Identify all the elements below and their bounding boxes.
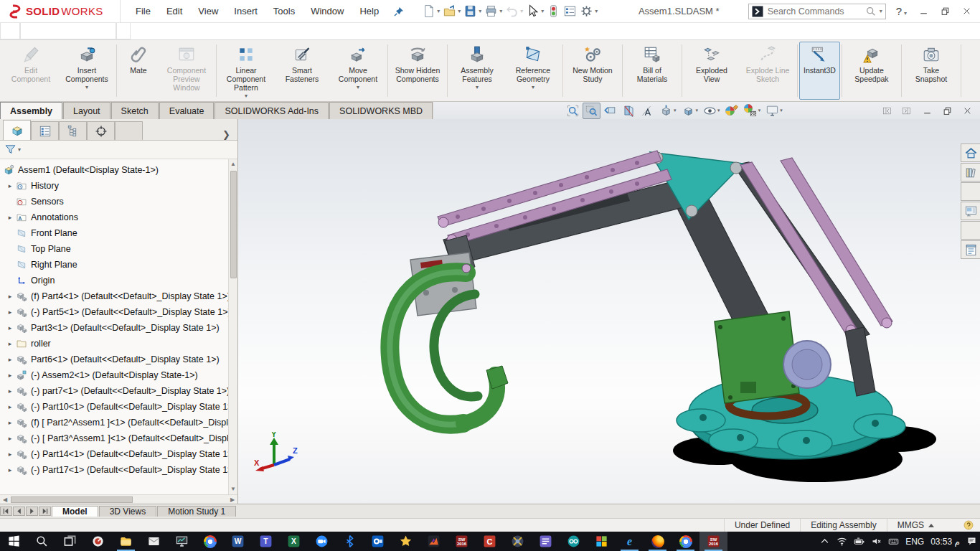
search-dropdown-caret[interactable]: ▾ bbox=[877, 8, 885, 14]
dropdown-caret[interactable]: ▾ bbox=[479, 8, 481, 14]
zoom-icon[interactable] bbox=[308, 532, 336, 551]
scroll-thumb[interactable] bbox=[230, 171, 237, 278]
tab-sketch[interactable]: Sketch bbox=[111, 102, 159, 119]
dropdown-caret[interactable]: ▾ bbox=[437, 8, 440, 14]
tree-item[interactable]: ▸(-) Assem2<1> (Default<Display State-1>… bbox=[0, 367, 228, 383]
edge-icon[interactable] bbox=[616, 532, 644, 551]
expand-arrow-icon[interactable]: ▸ bbox=[4, 214, 16, 221]
menu-help[interactable]: Help bbox=[352, 0, 387, 23]
chrome-icon[interactable] bbox=[196, 532, 224, 551]
take-snapshot-button[interactable]: Take Snapshot bbox=[903, 42, 959, 100]
solidworks-2016-icon[interactable] bbox=[448, 532, 476, 551]
filter-caret[interactable]: ▾ bbox=[18, 146, 21, 153]
dropdown-caret[interactable]: ▾ bbox=[696, 108, 699, 113]
restore-button[interactable] bbox=[936, 4, 954, 19]
tree-item[interactable]: ▸Part6<1> (Default<<Default>_Display Sta… bbox=[0, 352, 228, 367]
next-tab-button[interactable] bbox=[26, 507, 38, 516]
update-speedpak-button[interactable]: Update Speedpak bbox=[844, 42, 900, 100]
c-app-icon[interactable] bbox=[476, 532, 504, 551]
arduino-icon[interactable] bbox=[560, 532, 588, 551]
scroll-right-arrow[interactable]: ▶ bbox=[227, 496, 237, 503]
reference-geometry-button[interactable]: Reference Geometry▾ bbox=[505, 42, 561, 100]
start-button[interactable] bbox=[0, 532, 28, 551]
dropdown-caret[interactable]: ▾ bbox=[499, 8, 502, 14]
mate-button[interactable]: Mate bbox=[118, 42, 159, 100]
dropdown-caret[interactable]: ▾ bbox=[541, 8, 544, 14]
linear-component-pattern-button[interactable]: Linear Component Pattern▾ bbox=[218, 42, 274, 100]
favorites-icon[interactable] bbox=[392, 532, 420, 551]
bluetooth-icon[interactable] bbox=[336, 532, 364, 551]
insert-components-button[interactable]: Insert Components▾ bbox=[59, 42, 115, 100]
tree-item[interactable]: ▸(f) [ Part2^Assem1 ]<1> (Default<<Defau… bbox=[0, 415, 228, 430]
expand-panel-button[interactable]: ❯ bbox=[217, 129, 236, 140]
prev-tab-button[interactable] bbox=[13, 507, 25, 516]
resources-icon[interactable] bbox=[963, 519, 974, 531]
word-icon[interactable] bbox=[224, 532, 252, 551]
dropdown-caret[interactable]: ▾ bbox=[758, 108, 761, 113]
home-tab[interactable] bbox=[961, 143, 980, 162]
solidworks-active-icon[interactable] bbox=[699, 532, 727, 551]
tab-solidworks-mbd[interactable]: SOLIDWORKS MBD bbox=[329, 102, 433, 119]
tree-item[interactable]: Right Plane bbox=[0, 257, 228, 273]
scroll-down-arrow[interactable]: ▼ bbox=[230, 484, 236, 494]
save-button[interactable]: ▾ bbox=[463, 3, 482, 19]
doc-tab-model[interactable]: Model bbox=[52, 506, 98, 517]
clock[interactable]: 03:53 م bbox=[930, 537, 960, 547]
rebuild-button[interactable] bbox=[546, 3, 561, 19]
search-input[interactable] bbox=[766, 6, 865, 17]
dropdown-caret[interactable]: ▾ bbox=[717, 108, 720, 113]
expand-arrow-icon[interactable]: ▸ bbox=[4, 309, 16, 316]
display-style-button[interactable]: ▾ bbox=[679, 103, 701, 119]
collapse-pane-left-button[interactable] bbox=[880, 104, 894, 117]
smart-fasteners-button[interactable]: Smart Fasteners bbox=[274, 42, 330, 100]
tree-item[interactable]: ▸History bbox=[0, 178, 228, 194]
tree-item[interactable]: ▸(f) Part4<1> (Default<<Default>_Display… bbox=[0, 288, 228, 304]
undo-button[interactable]: ▾ bbox=[504, 3, 524, 19]
configurationmanager-tab[interactable] bbox=[59, 121, 87, 140]
status-mmgs[interactable]: MMGS bbox=[887, 519, 944, 532]
teams-icon[interactable] bbox=[252, 532, 280, 551]
menu-tools[interactable]: Tools bbox=[265, 0, 303, 23]
close-button[interactable] bbox=[957, 4, 976, 19]
tree-item[interactable]: ▸Annotations bbox=[0, 209, 228, 225]
file-explorer-tab[interactable] bbox=[961, 182, 980, 201]
first-tab-button[interactable] bbox=[0, 507, 12, 516]
custom-properties-tab[interactable] bbox=[961, 240, 980, 259]
volume-muted-icon[interactable] bbox=[871, 536, 882, 547]
tab-assembly[interactable]: Assembly bbox=[0, 102, 62, 119]
last-tab-button[interactable] bbox=[39, 507, 51, 516]
zoom-area-button[interactable] bbox=[583, 103, 600, 119]
new-motion-study-button[interactable]: New Motion Study bbox=[565, 42, 621, 100]
robot-arm-model[interactable] bbox=[238, 119, 980, 504]
doc-tab-3d-views[interactable]: 3D Views bbox=[99, 506, 156, 517]
dropdown-caret[interactable]: ▾ bbox=[532, 84, 534, 90]
tree-item[interactable]: Origin bbox=[0, 273, 228, 288]
graphics-viewport[interactable]: Y X Z bbox=[238, 119, 980, 504]
featuremanager-tab[interactable] bbox=[3, 120, 31, 140]
tree-item[interactable]: ▸(-) Part14<1> (Default<<Default>_Displa… bbox=[0, 446, 228, 462]
zoom-fit-button[interactable] bbox=[564, 103, 582, 119]
tab-layout[interactable]: Layout bbox=[63, 102, 110, 119]
edit-appearance-button[interactable] bbox=[723, 103, 741, 119]
tree-item[interactable]: ▸roller bbox=[0, 336, 228, 352]
instant3d-button[interactable]: Instant3D bbox=[799, 42, 840, 100]
collapse-pane-right-button[interactable] bbox=[900, 104, 914, 117]
menu-file[interactable]: File bbox=[128, 0, 159, 23]
expand-arrow-icon[interactable]: ▸ bbox=[4, 419, 16, 426]
wifi-icon[interactable] bbox=[837, 536, 847, 547]
file-explorer-icon[interactable] bbox=[112, 532, 140, 551]
doc-minimize-button[interactable] bbox=[920, 104, 934, 117]
options-list-button[interactable] bbox=[562, 3, 578, 19]
dropdown-caret[interactable]: ▾ bbox=[476, 84, 479, 90]
select-button[interactable]: ▾ bbox=[525, 3, 545, 19]
help-button[interactable]: ?▾ bbox=[896, 5, 907, 17]
scroll-up-arrow[interactable]: ▲ bbox=[230, 159, 236, 169]
dropdown-caret[interactable]: ▾ bbox=[674, 108, 677, 113]
component-preview-window-button[interactable]: Component Preview Window bbox=[159, 42, 215, 100]
design-library-tab[interactable] bbox=[961, 163, 980, 182]
tree-item[interactable]: Sensors bbox=[0, 194, 228, 209]
propertymanager-tab[interactable] bbox=[31, 121, 59, 140]
tree-item[interactable]: ▸(-) [ Part3^Assem1 ]<1> (Default<<Defau… bbox=[0, 430, 228, 446]
taskbar-search-icon[interactable] bbox=[28, 532, 56, 551]
units-caret[interactable] bbox=[928, 524, 934, 527]
